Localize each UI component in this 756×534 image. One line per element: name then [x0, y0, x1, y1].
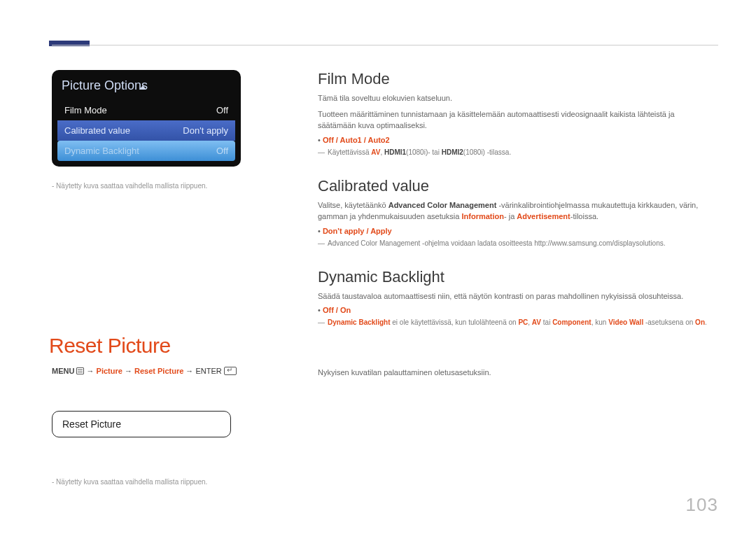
- reset-picture-heading: Reset Picture: [49, 334, 171, 358]
- picture-options-panel: Picture Options Film Mode Off Calibrated…: [52, 70, 241, 167]
- reset-box-label: Reset Picture: [62, 419, 121, 430]
- section-title: Calibrated value: [318, 177, 710, 195]
- reset-description: Nykyisen kuvatilan palauttaminen oletusa…: [318, 368, 710, 377]
- section-paragraph: Tämä tila soveltuu elokuvien katseluun.: [318, 92, 710, 104]
- menu-icon: [76, 367, 84, 374]
- right-column: Film Mode Tämä tila soveltuu elokuvien k…: [318, 70, 710, 347]
- reset-picture-box[interactable]: Reset Picture: [52, 411, 231, 437]
- enter-icon: [224, 367, 237, 375]
- menu-nav-path: MENU → Picture → Reset Picture → ENTER: [52, 367, 237, 375]
- option-values: • Off / On: [318, 306, 710, 314]
- section-title: Film Mode: [318, 70, 710, 88]
- panel-caption: - Näytetty kuva saattaa vaihdella mallis…: [52, 182, 241, 190]
- menu-row-value: Don't apply: [183, 125, 228, 136]
- section-paragraph: Tuotteen määrittäminen tunnistamaan ja k…: [318, 108, 710, 132]
- header-rule: [52, 45, 718, 45]
- left-column: Picture Options Film Mode Off Calibrated…: [52, 70, 241, 190]
- section-note: Käytettävissä AV, HDMI1(1080i)- tai HDMI…: [318, 147, 710, 157]
- section-title: Dynamic Backlight: [318, 268, 710, 286]
- section-paragraph: Säädä taustavaloa automaattisesti niin, …: [318, 290, 710, 302]
- menu-row-label: Calibrated value: [64, 125, 130, 136]
- section-film-mode: Film Mode Tämä tila soveltuu elokuvien k…: [318, 70, 710, 157]
- section-note: Dynamic Backlight ei ole käytettävissä, …: [318, 317, 710, 328]
- menu-row-dynamic-backlight[interactable]: Dynamic Backlight Off: [57, 141, 235, 161]
- panel-title: Picture Options: [57, 76, 235, 100]
- menu-row-value: Off: [216, 105, 228, 115]
- page-number: 103: [686, 494, 718, 516]
- option-values: • Don't apply / Apply: [318, 227, 710, 235]
- option-values: • Off / Auto1 / Auto2: [318, 136, 710, 144]
- section-calibrated-value: Calibrated value Valitse, käytetäänkö Ad…: [318, 177, 710, 248]
- menu-row-film-mode[interactable]: Film Mode Off: [57, 100, 235, 120]
- menu-row-label: Dynamic Backlight: [64, 146, 139, 156]
- section-paragraph: Valitse, käytetäänkö Advanced Color Mana…: [318, 199, 710, 223]
- menu-row-value: Off: [216, 146, 228, 156]
- section-note: Advanced Color Management -ohjelma voida…: [318, 238, 710, 248]
- section-dynamic-backlight: Dynamic Backlight Säädä taustavaloa auto…: [318, 268, 710, 328]
- menu-row-calibrated-value[interactable]: Calibrated value Don't apply: [57, 120, 235, 141]
- menu-row-label: Film Mode: [64, 105, 107, 115]
- reset-caption: - Näytetty kuva saattaa vaihdella mallis…: [52, 478, 207, 486]
